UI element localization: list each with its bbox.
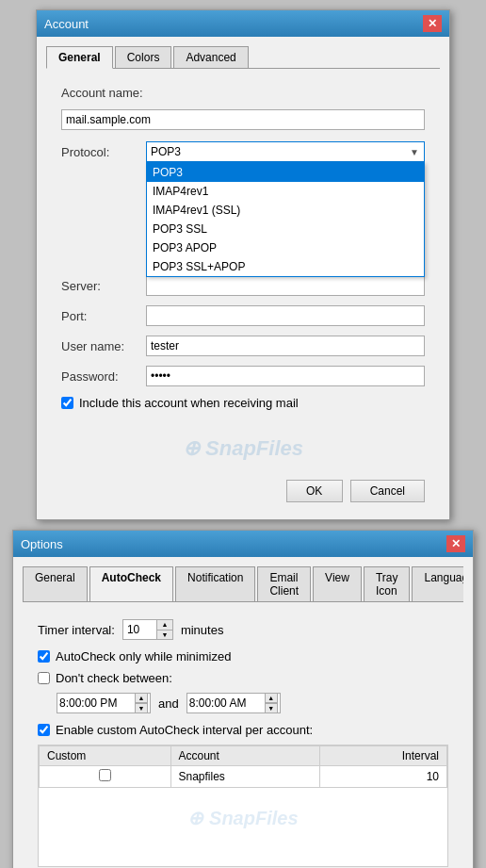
tab-options-view[interactable]: View <box>313 566 362 601</box>
accounts-table-container: Custom Account Interval Snapfiles 10 <box>38 745 448 867</box>
account-dialog-title: Account <box>44 17 89 31</box>
account-title-bar: Account ✕ <box>37 10 449 37</box>
dont-check-label: Don't check between: <box>56 671 172 685</box>
protocol-option-imap4rev1-ssl[interactable]: IMAP4rev1 (SSL) <box>147 201 424 220</box>
options-watermark: ⊕ SnapFiles <box>39 788 447 848</box>
time-to-input[interactable]: ▲ ▼ <box>186 693 281 713</box>
protocol-dropdown-header[interactable]: POP3 <box>146 141 425 162</box>
account-ok-button[interactable]: OK <box>286 480 343 502</box>
protocol-option-pop3-apop[interactable]: POP3 APOP <box>147 238 424 257</box>
server-group: Server: <box>61 275 425 296</box>
time-from-input[interactable]: ▲ ▼ <box>57 693 151 713</box>
col-account: Account <box>170 746 320 766</box>
autocheck-minimized-label: AutoCheck only while minimized <box>56 649 231 663</box>
tab-options-notification[interactable]: Notification <box>175 566 255 601</box>
enable-custom-checkbox[interactable] <box>38 724 50 736</box>
options-autocheck-content: Timer interval: ▲ ▼ minutes AutoCheck on… <box>23 612 463 868</box>
enable-custom-row: Enable custom AutoCheck interval per acc… <box>38 723 448 737</box>
tab-general[interactable]: General <box>46 46 113 69</box>
col-custom: Custom <box>40 746 171 766</box>
protocol-dropdown-list: POP3 IMAP4rev1 IMAP4rev1 (SSL) POP3 SSL … <box>146 162 425 277</box>
time-to-spinner: ▲ ▼ <box>265 693 278 713</box>
time-from-down[interactable]: ▼ <box>135 703 148 713</box>
account-watermark: ⊕ SnapFiles <box>61 418 425 470</box>
server-label: Server: <box>61 279 146 293</box>
autocheck-minimized-checkbox[interactable] <box>38 650 50 663</box>
account-name-group: Account name: <box>61 86 425 100</box>
password-group: Password: <box>61 366 425 386</box>
dont-check-row: Don't check between: <box>38 671 448 685</box>
include-checkbox[interactable] <box>61 397 73 409</box>
server-input[interactable] <box>146 275 425 296</box>
tab-options-general[interactable]: General <box>23 566 88 601</box>
protocol-label: Protocol: <box>61 145 146 159</box>
password-label: Password: <box>61 369 146 384</box>
protocol-selected-value: POP3 <box>151 145 181 158</box>
timer-down-button[interactable]: ▼ <box>157 631 172 640</box>
timer-value-input[interactable] <box>123 621 156 638</box>
options-tabs: General AutoCheck Notification Email Cli… <box>23 566 463 602</box>
time-to-down[interactable]: ▼ <box>265 703 278 713</box>
username-group: User name: <box>61 336 425 356</box>
row-account-name: Snapfiles <box>170 766 320 788</box>
tab-options-tray-icon[interactable]: Tray Icon <box>364 566 411 601</box>
password-input[interactable] <box>146 366 425 386</box>
tab-options-autocheck[interactable]: AutoCheck <box>89 566 173 602</box>
accounts-table: Custom Account Interval Snapfiles 10 <box>39 745 447 788</box>
options-title-bar: Options ✕ <box>13 531 473 557</box>
account-dialog-buttons: OK Cancel <box>61 480 425 502</box>
timer-spinner-arrows: ▲ ▼ <box>156 620 172 639</box>
time-from-value[interactable] <box>59 696 135 710</box>
account-name-input[interactable] <box>61 109 425 130</box>
options-close-button[interactable]: ✕ <box>446 535 465 552</box>
account-name-label: Account name: <box>61 86 146 100</box>
account-tabs: General Colors Advanced <box>46 46 440 69</box>
include-checkbox-label: Include this account when receiving mail <box>79 396 299 410</box>
time-to-value[interactable] <box>189 696 265 710</box>
row-custom-checkbox[interactable] <box>99 769 111 781</box>
port-input[interactable] <box>146 305 425 326</box>
time-range-row: ▲ ▼ and ▲ ▼ <box>57 693 448 713</box>
timer-spinner[interactable]: ▲ ▼ <box>122 619 173 640</box>
row-custom-checkbox-cell <box>40 766 171 788</box>
protocol-option-pop3[interactable]: POP3 <box>147 163 424 182</box>
protocol-option-imap4rev1[interactable]: IMAP4rev1 <box>147 182 424 201</box>
port-group: Port: <box>61 305 425 326</box>
timer-interval-label: Timer interval: <box>38 623 115 637</box>
protocol-option-pop3-ssl-apop[interactable]: POP3 SSL+APOP <box>147 257 424 276</box>
tab-options-language[interactable]: Language <box>412 566 463 601</box>
account-form: Account name: Protocol: POP3 POP3 IMAP4r… <box>46 78 440 510</box>
timer-up-button[interactable]: ▲ <box>157 620 172 631</box>
time-and-label: and <box>158 696 179 711</box>
table-header-row: Custom Account Interval <box>40 746 447 766</box>
account-close-button[interactable]: ✕ <box>423 15 442 32</box>
timer-unit-label: minutes <box>181 623 224 637</box>
table-row: Snapfiles 10 <box>40 766 447 788</box>
options-dialog-title: Options <box>21 537 63 551</box>
dont-check-checkbox[interactable] <box>38 672 50 684</box>
autocheck-minimized-row: AutoCheck only while minimized <box>38 649 448 663</box>
protocol-dropdown[interactable]: POP3 POP3 IMAP4rev1 IMAP4rev1 (SSL) POP3… <box>146 141 425 162</box>
time-from-spinner: ▲ ▼ <box>135 693 148 713</box>
username-input[interactable] <box>146 336 425 356</box>
include-checkbox-row: Include this account when receiving mail <box>61 396 425 410</box>
protocol-option-pop3-ssl[interactable]: POP3 SSL <box>147 220 424 238</box>
account-cancel-button[interactable]: Cancel <box>350 480 425 502</box>
timer-interval-group: Timer interval: ▲ ▼ minutes <box>38 619 448 640</box>
time-from-up[interactable]: ▲ <box>135 693 148 703</box>
col-interval: Interval <box>320 746 447 766</box>
options-dialog: Options ✕ General AutoCheck Notification… <box>12 530 474 868</box>
account-dialog: Account ✕ General Colors Advanced Accoun… <box>36 9 450 520</box>
row-interval-value: 10 <box>320 766 447 788</box>
protocol-group: Protocol: POP3 POP3 IMAP4rev1 IMAP4rev1 … <box>61 141 425 162</box>
port-label: Port: <box>61 309 146 323</box>
tab-options-email-client[interactable]: Email Client <box>257 566 311 601</box>
enable-custom-label: Enable custom AutoCheck interval per acc… <box>56 723 313 737</box>
time-to-up[interactable]: ▲ <box>265 693 278 703</box>
username-label: User name: <box>61 339 146 353</box>
tab-colors[interactable]: Colors <box>115 46 172 68</box>
account-name-input-row <box>61 109 425 130</box>
tab-advanced[interactable]: Advanced <box>173 46 248 68</box>
